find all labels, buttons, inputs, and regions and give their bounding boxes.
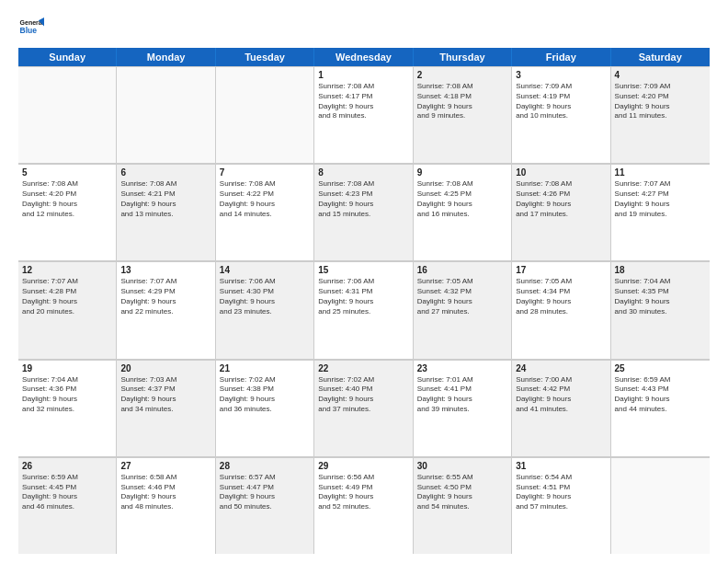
- day-info: Sunrise: 7:06 AM Sunset: 4:30 PM Dayligh…: [220, 277, 310, 316]
- day-info: Sunrise: 7:08 AM Sunset: 4:23 PM Dayligh…: [318, 179, 408, 219]
- day-info: Sunrise: 6:59 AM Sunset: 4:45 PM Dayligh…: [22, 473, 112, 512]
- logo: General Blue: [18, 15, 44, 40]
- calendar-cell: 18Sunrise: 7:04 AM Sunset: 4:35 PM Dayli…: [611, 261, 710, 358]
- day-info: Sunrise: 7:06 AM Sunset: 4:31 PM Dayligh…: [318, 277, 408, 316]
- calendar-cell: 10Sunrise: 7:08 AM Sunset: 4:26 PM Dayli…: [512, 164, 610, 260]
- day-number: 6: [120, 167, 210, 178]
- calendar-cell: 17Sunrise: 7:05 AM Sunset: 4:34 PM Dayli…: [512, 261, 610, 358]
- day-number: 27: [120, 461, 210, 471]
- calendar-cell: [216, 66, 314, 163]
- calendar-cell: 14Sunrise: 7:06 AM Sunset: 4:30 PM Dayli…: [216, 261, 314, 358]
- day-info: Sunrise: 7:04 AM Sunset: 4:35 PM Dayligh…: [615, 277, 706, 316]
- day-number: 31: [516, 461, 606, 471]
- day-number: 1: [318, 70, 408, 80]
- calendar-cell: [18, 66, 117, 163]
- day-number: 28: [220, 461, 310, 471]
- day-info: Sunrise: 7:03 AM Sunset: 4:37 PM Dayligh…: [120, 375, 210, 415]
- weekday-header-saturday: Saturday: [611, 48, 710, 66]
- calendar-cell: 30Sunrise: 6:55 AM Sunset: 4:50 PM Dayli…: [414, 457, 512, 554]
- weekday-header-monday: Monday: [117, 48, 215, 66]
- weekday-header-sunday: Sunday: [18, 48, 117, 66]
- calendar-cell: 27Sunrise: 6:58 AM Sunset: 4:46 PM Dayli…: [117, 457, 215, 554]
- calendar-row-1: 1Sunrise: 7:08 AM Sunset: 4:17 PM Daylig…: [18, 66, 710, 164]
- day-number: 14: [220, 265, 310, 275]
- day-info: Sunrise: 7:08 AM Sunset: 4:25 PM Dayligh…: [417, 179, 507, 219]
- weekday-header-wednesday: Wednesday: [314, 48, 413, 66]
- calendar-cell: 4Sunrise: 7:09 AM Sunset: 4:20 PM Daylig…: [611, 66, 710, 163]
- day-info: Sunrise: 7:07 AM Sunset: 4:27 PM Dayligh…: [615, 179, 706, 219]
- day-info: Sunrise: 6:57 AM Sunset: 4:47 PM Dayligh…: [220, 473, 310, 512]
- day-info: Sunrise: 6:55 AM Sunset: 4:50 PM Dayligh…: [417, 473, 507, 512]
- logo-icon: General Blue: [18, 15, 44, 40]
- calendar-cell: 19Sunrise: 7:04 AM Sunset: 4:36 PM Dayli…: [18, 360, 117, 456]
- day-number: 4: [615, 70, 706, 80]
- day-number: 21: [220, 363, 310, 373]
- calendar-cell: 20Sunrise: 7:03 AM Sunset: 4:37 PM Dayli…: [117, 360, 215, 456]
- day-info: Sunrise: 7:04 AM Sunset: 4:36 PM Dayligh…: [22, 375, 112, 415]
- day-info: Sunrise: 7:08 AM Sunset: 4:22 PM Dayligh…: [220, 179, 310, 219]
- day-number: 26: [22, 461, 112, 471]
- calendar-body: 1Sunrise: 7:08 AM Sunset: 4:17 PM Daylig…: [18, 66, 710, 554]
- calendar-row-3: 12Sunrise: 7:07 AM Sunset: 4:28 PM Dayli…: [18, 261, 710, 359]
- calendar-cell: [611, 457, 710, 554]
- calendar-cell: 25Sunrise: 6:59 AM Sunset: 4:43 PM Dayli…: [611, 360, 710, 456]
- day-number: 25: [615, 363, 706, 373]
- day-number: 8: [318, 167, 408, 178]
- calendar-cell: 24Sunrise: 7:00 AM Sunset: 4:42 PM Dayli…: [512, 360, 610, 456]
- day-info: Sunrise: 7:08 AM Sunset: 4:20 PM Dayligh…: [22, 179, 112, 219]
- calendar-cell: 28Sunrise: 6:57 AM Sunset: 4:47 PM Dayli…: [216, 457, 314, 554]
- svg-text:Blue: Blue: [20, 26, 38, 35]
- day-info: Sunrise: 6:59 AM Sunset: 4:43 PM Dayligh…: [615, 375, 706, 415]
- weekday-header-tuesday: Tuesday: [216, 48, 314, 66]
- day-info: Sunrise: 7:02 AM Sunset: 4:40 PM Dayligh…: [318, 375, 408, 415]
- day-info: Sunrise: 7:08 AM Sunset: 4:21 PM Dayligh…: [120, 179, 210, 219]
- calendar-cell: 16Sunrise: 7:05 AM Sunset: 4:32 PM Dayli…: [414, 261, 512, 358]
- calendar-cell: 31Sunrise: 6:54 AM Sunset: 4:51 PM Dayli…: [512, 457, 610, 554]
- page: General Blue SundayMondayTuesdayWednesda…: [0, 0, 728, 563]
- day-info: Sunrise: 7:02 AM Sunset: 4:38 PM Dayligh…: [220, 375, 310, 415]
- day-info: Sunrise: 7:05 AM Sunset: 4:32 PM Dayligh…: [417, 277, 507, 316]
- day-number: 24: [516, 363, 606, 373]
- day-number: 10: [516, 167, 606, 178]
- calendar: SundayMondayTuesdayWednesdayThursdayFrid…: [18, 48, 710, 554]
- day-info: Sunrise: 7:08 AM Sunset: 4:17 PM Dayligh…: [318, 82, 408, 121]
- day-info: Sunrise: 6:54 AM Sunset: 4:51 PM Dayligh…: [516, 473, 606, 512]
- day-number: 18: [615, 265, 706, 275]
- day-number: 7: [220, 167, 310, 178]
- day-number: 2: [417, 70, 507, 80]
- calendar-row-5: 26Sunrise: 6:59 AM Sunset: 4:45 PM Dayli…: [18, 457, 710, 554]
- calendar-cell: 8Sunrise: 7:08 AM Sunset: 4:23 PM Daylig…: [314, 164, 413, 260]
- calendar-cell: 7Sunrise: 7:08 AM Sunset: 4:22 PM Daylig…: [216, 164, 314, 260]
- calendar-cell: 15Sunrise: 7:06 AM Sunset: 4:31 PM Dayli…: [314, 261, 413, 358]
- day-number: 15: [318, 265, 408, 275]
- day-info: Sunrise: 7:07 AM Sunset: 4:29 PM Dayligh…: [120, 277, 210, 316]
- weekday-header-thursday: Thursday: [414, 48, 512, 66]
- day-info: Sunrise: 7:01 AM Sunset: 4:41 PM Dayligh…: [417, 375, 507, 415]
- calendar-cell: 6Sunrise: 7:08 AM Sunset: 4:21 PM Daylig…: [117, 164, 215, 260]
- calendar-cell: 12Sunrise: 7:07 AM Sunset: 4:28 PM Dayli…: [18, 261, 117, 358]
- calendar-cell: 22Sunrise: 7:02 AM Sunset: 4:40 PM Dayli…: [314, 360, 413, 456]
- calendar-cell: 5Sunrise: 7:08 AM Sunset: 4:20 PM Daylig…: [18, 164, 117, 260]
- day-info: Sunrise: 6:56 AM Sunset: 4:49 PM Dayligh…: [318, 473, 408, 512]
- calendar-cell: 1Sunrise: 7:08 AM Sunset: 4:17 PM Daylig…: [314, 66, 413, 163]
- day-number: 5: [22, 167, 112, 178]
- day-info: Sunrise: 7:07 AM Sunset: 4:28 PM Dayligh…: [22, 277, 112, 316]
- day-info: Sunrise: 7:09 AM Sunset: 4:20 PM Dayligh…: [615, 82, 706, 121]
- calendar-cell: 2Sunrise: 7:08 AM Sunset: 4:18 PM Daylig…: [414, 66, 512, 163]
- calendar-cell: 29Sunrise: 6:56 AM Sunset: 4:49 PM Dayli…: [314, 457, 413, 554]
- day-info: Sunrise: 7:08 AM Sunset: 4:18 PM Dayligh…: [417, 82, 507, 121]
- day-info: Sunrise: 7:00 AM Sunset: 4:42 PM Dayligh…: [516, 375, 606, 415]
- day-number: 23: [417, 363, 507, 373]
- calendar-row-2: 5Sunrise: 7:08 AM Sunset: 4:20 PM Daylig…: [18, 164, 710, 261]
- day-number: 20: [120, 363, 210, 373]
- day-number: 11: [615, 167, 706, 178]
- calendar-cell: 26Sunrise: 6:59 AM Sunset: 4:45 PM Dayli…: [18, 457, 117, 554]
- calendar-cell: 11Sunrise: 7:07 AM Sunset: 4:27 PM Dayli…: [611, 164, 710, 260]
- day-info: Sunrise: 7:08 AM Sunset: 4:26 PM Dayligh…: [516, 179, 606, 219]
- day-number: 30: [417, 461, 507, 471]
- calendar-cell: 21Sunrise: 7:02 AM Sunset: 4:38 PM Dayli…: [216, 360, 314, 456]
- day-number: 17: [516, 265, 606, 275]
- day-number: 13: [120, 265, 210, 275]
- calendar-cell: 23Sunrise: 7:01 AM Sunset: 4:41 PM Dayli…: [414, 360, 512, 456]
- calendar-cell: 9Sunrise: 7:08 AM Sunset: 4:25 PM Daylig…: [414, 164, 512, 260]
